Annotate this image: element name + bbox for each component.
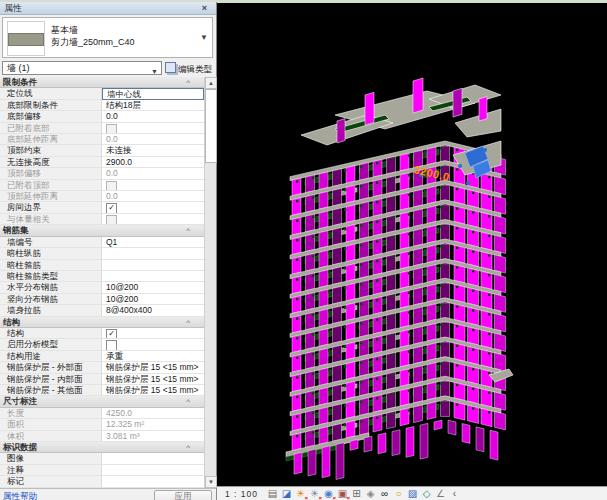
checkbox-checked-icon[interactable]: ✓ — [106, 203, 117, 213]
property-label: 竖向分布钢筋 — [0, 294, 102, 305]
property-row: 暗柱箍筋 — [0, 260, 204, 271]
property-label: 底部偏移 — [0, 111, 102, 122]
property-row: 房间边界✓ — [0, 202, 204, 213]
collapse-icon[interactable]: ^ — [186, 396, 204, 406]
property-value[interactable] — [102, 465, 204, 476]
close-icon[interactable]: × — [199, 3, 210, 14]
property-row: 长度4250.0 — [0, 408, 204, 419]
property-value[interactable] — [102, 476, 204, 487]
property-value[interactable]: ✓ — [102, 328, 204, 339]
property-value[interactable] — [102, 260, 204, 271]
scroll-up-icon[interactable]: ▲ — [205, 77, 217, 89]
collapse-icon[interactable]: ^ — [186, 225, 204, 235]
temporary-view-properties-icon[interactable]: ▨ — [406, 488, 419, 500]
checkbox-checked-icon[interactable]: ✓ — [106, 329, 117, 339]
section-label: 钢筋集 — [3, 225, 29, 235]
section-header[interactable]: 钢筋集^ — [0, 225, 204, 236]
type-name: 剪力墙_250mm_C40 — [51, 36, 135, 48]
scroll-down-icon[interactable]: ▼ — [205, 476, 217, 488]
property-value[interactable]: 未连接 — [102, 145, 204, 156]
property-value: 3.081 m³ — [102, 431, 204, 442]
property-label: 水平分布钢筋 — [0, 282, 102, 293]
property-value — [102, 214, 204, 225]
wall-section-swatch — [8, 33, 44, 46]
property-value[interactable]: 承重 — [102, 351, 204, 362]
detail-level-icon[interactable]: ▤ — [266, 488, 279, 500]
collapse-icon[interactable]: ^ — [186, 77, 204, 87]
property-row: 面积12.325 m² — [0, 419, 204, 430]
property-value[interactable]: 10@200 — [102, 282, 204, 293]
property-value — [102, 180, 204, 191]
property-label: 与体量相关 — [0, 214, 102, 225]
section-label: 限制条件 — [3, 77, 37, 87]
view-control-icons: ▤◪☀×☀×◉×▣×⊞◈∞○▨◇∠‹ — [266, 488, 462, 500]
property-value[interactable] — [102, 248, 204, 259]
chevron-down-icon[interactable]: ▼ — [200, 33, 208, 42]
property-value[interactable] — [102, 453, 204, 464]
section-header[interactable]: 结构^ — [0, 317, 204, 328]
rendering-dialog-icon[interactable]: ◉× — [322, 488, 335, 500]
3d-viewport[interactable]: 3200.0 — [217, 3, 607, 486]
section-header[interactable]: 标识数据^ — [0, 442, 204, 453]
property-label: 底部延伸距离 — [0, 134, 102, 145]
reveal-hidden-elements-icon[interactable]: ○ — [392, 488, 405, 500]
checkbox-unchecked-icon[interactable] — [106, 340, 117, 350]
property-value[interactable]: 钢筋保护层 15 <15 mm> — [102, 385, 204, 396]
property-label: 顶部约束 — [0, 145, 102, 156]
sun-path-icon[interactable]: ☀× — [294, 488, 307, 500]
type-selector[interactable]: 基本墙 剪力墙_250mm_C40 ▼ — [2, 17, 213, 58]
properties-title-bar[interactable]: 属性 × — [0, 2, 216, 15]
properties-scrollbar[interactable]: ▲ ▼ — [204, 77, 216, 488]
property-label: 标记 — [0, 476, 102, 487]
properties-help-link[interactable]: 属性帮助 — [3, 491, 37, 500]
property-row: 结构✓ — [0, 328, 204, 339]
property-value[interactable]: ✓ — [102, 202, 204, 213]
property-label: 底部限制条件 — [0, 100, 102, 111]
property-value[interactable]: Q1 — [102, 237, 204, 248]
show-crop-region-icon[interactable]: ⊞ — [350, 488, 363, 500]
view-scale-button[interactable]: 1 : 100 — [225, 489, 258, 499]
property-row: 暗柱箍筋类型 — [0, 271, 204, 282]
property-value[interactable]: 墙中心线 — [102, 88, 204, 99]
reveal-constraints-icon[interactable]: ∠ — [434, 488, 447, 500]
property-value[interactable]: 钢筋保护层 15 <15 mm> — [102, 374, 204, 385]
palette-footer: 属性帮助 应用 — [0, 488, 216, 500]
property-label: 长度 — [0, 408, 102, 419]
temporary-hide-isolate-icon[interactable]: ∞ — [378, 488, 391, 500]
property-row: 墙身拉筋8@400x400 — [0, 305, 204, 316]
crop-view-icon[interactable]: ▣× — [336, 488, 349, 500]
property-value[interactable]: 8@400x400 — [102, 305, 204, 316]
lock-3d-view-icon[interactable]: ◈ — [364, 488, 377, 500]
property-label: 顶部偏移 — [0, 168, 102, 179]
selection-filter-combo[interactable]: 墙 (1) ▼ — [2, 61, 162, 75]
property-value[interactable]: 2900.0 — [102, 157, 204, 168]
property-value[interactable]: 0.0 — [102, 111, 204, 122]
property-value[interactable]: 10@200 — [102, 294, 204, 305]
selection-filter-label: 墙 (1) — [7, 63, 30, 73]
collapse-icon[interactable]: ^ — [186, 442, 204, 452]
more-options-caret[interactable]: ‹ — [448, 488, 461, 500]
property-row: 底部限制条件结构18层 — [0, 100, 204, 111]
property-value[interactable] — [102, 271, 204, 282]
property-label: 结构 — [0, 328, 102, 339]
visual-style-icon[interactable]: ◪ — [280, 488, 293, 500]
section-header[interactable]: 尺寸标注^ — [0, 396, 204, 407]
edit-type-button[interactable]: 编辑类型 — [165, 61, 214, 75]
building-3d-model[interactable]: 3200.0 — [217, 3, 607, 486]
section-header[interactable]: 限制条件^ — [0, 77, 204, 88]
checkbox-unchecked-icon — [106, 124, 117, 134]
property-value[interactable]: 结构18层 — [102, 100, 204, 111]
property-label: 无连接高度 — [0, 157, 102, 168]
property-row: 标记 — [0, 476, 204, 487]
property-value[interactable] — [102, 339, 204, 350]
property-row: 无连接高度2900.0 — [0, 157, 204, 168]
shadows-icon[interactable]: ☀× — [308, 488, 321, 500]
scrollbar-thumb[interactable] — [205, 89, 217, 163]
apply-button[interactable]: 应用 — [154, 490, 212, 500]
property-row: 顶部约束未连接 — [0, 145, 204, 156]
show-analytical-model-icon[interactable]: ◇ — [420, 488, 433, 500]
property-row: 注释 — [0, 465, 204, 476]
property-value[interactable]: 钢筋保护层 15 <15 mm> — [102, 362, 204, 373]
property-row: 结构用途承重 — [0, 351, 204, 362]
collapse-icon[interactable]: ^ — [186, 317, 204, 327]
